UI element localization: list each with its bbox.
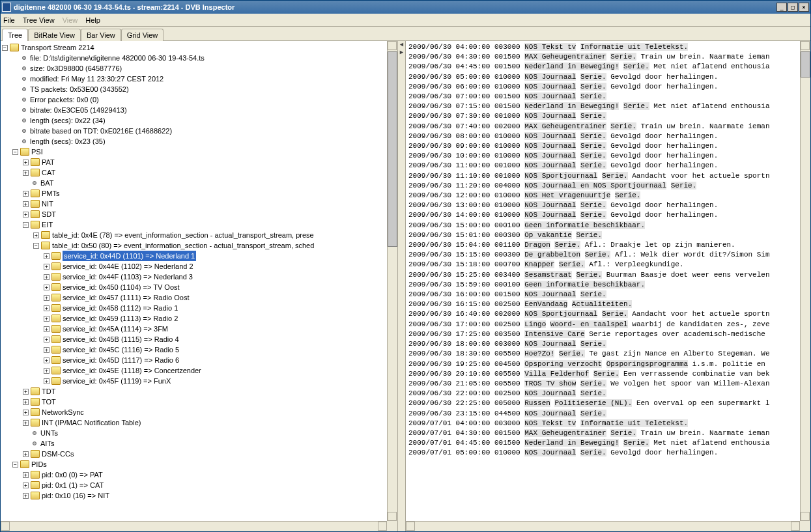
tree-node[interactable]: +service_id: 0x45B (1115) => Radio 4 xyxy=(2,334,386,344)
tree-node[interactable]: +CAT xyxy=(2,167,386,178)
hscroll-left[interactable] xyxy=(1,521,387,531)
tree-node[interactable]: +service_id: 0x457 (1111) => Radio Oost xyxy=(2,292,386,303)
event-row[interactable]: 2009/06/30 05:00:00 010000 NOS Journaal … xyxy=(408,72,797,82)
event-row[interactable]: 2009/06/30 21:05:00 005500 TROS TV show … xyxy=(408,379,797,389)
event-row[interactable]: 2009/06/30 08:00:00 010000 NOS Journaal … xyxy=(408,132,797,141)
tree-node[interactable]: +service_id: 0x45D (1117) => Radio 6 xyxy=(2,355,386,365)
tree-node[interactable]: −table_id: 0x50 (80) => event_informatio… xyxy=(2,240,386,251)
tree-node[interactable]: +SDT xyxy=(2,209,386,219)
expand-icon[interactable]: + xyxy=(23,170,29,176)
event-row[interactable]: 2009/06/30 16:00:00 001500 NOS Journaal … xyxy=(408,290,797,300)
tree-node[interactable]: BAT xyxy=(2,178,386,188)
close-button[interactable]: × xyxy=(799,3,809,12)
expand-icon[interactable]: + xyxy=(23,451,29,457)
minimize-button[interactable]: _ xyxy=(776,3,787,12)
tree-node[interactable]: length (secs): 0x22 (34) xyxy=(2,115,386,126)
tree-node[interactable]: +TDT xyxy=(2,386,386,397)
event-row[interactable]: 2009/06/30 07:15:00 001500 Nederland in … xyxy=(408,102,797,111)
expand-icon[interactable]: + xyxy=(44,274,50,280)
event-row[interactable]: 2009/06/30 04:30:00 001500 MAX Geheugent… xyxy=(408,52,797,62)
expand-icon[interactable]: + xyxy=(23,212,29,217)
event-row[interactable]: 2009/06/30 16:40:00 002000 NOS Sportjour… xyxy=(408,309,797,319)
tree-node[interactable]: +service_id: 0x44D (1101) => Nederland 1 xyxy=(2,251,386,261)
event-row[interactable]: 2009/06/30 20:10:00 005500 Villa Felderh… xyxy=(408,369,797,379)
tree-node[interactable]: +service_id: 0x44F (1103) => Nederland 3 xyxy=(2,272,386,282)
event-row[interactable]: 2009/06/30 07:00:00 001500 NOS Journaal … xyxy=(408,92,797,102)
tree-node[interactable]: +service_id: 0x458 (1112) => Radio 1 xyxy=(2,303,386,313)
tree-node[interactable]: AITs xyxy=(2,438,386,449)
tab-bar[interactable]: Bar View xyxy=(81,29,121,41)
event-row[interactable]: 2009/06/30 10:00:00 010000 NOS Journaal … xyxy=(408,151,797,161)
vscroll-left[interactable] xyxy=(387,41,397,521)
tree-node[interactable]: +PAT xyxy=(2,157,386,167)
tree-node[interactable]: +table_id: 0x4E (78) => event_informatio… xyxy=(2,230,386,240)
event-row[interactable]: 2009/06/30 17:25:00 003500 Intensive Car… xyxy=(408,329,797,339)
tree-node[interactable]: TS packets: 0x53E00 (343552) xyxy=(2,84,386,94)
tree-node[interactable]: +NIT xyxy=(2,199,386,209)
maximize-button[interactable]: □ xyxy=(788,3,798,12)
expand-icon[interactable]: − xyxy=(12,149,18,155)
menu-treeview[interactable]: Tree View xyxy=(23,16,55,24)
tree-node[interactable]: length (secs): 0x23 (35) xyxy=(2,136,386,147)
expand-icon[interactable]: + xyxy=(44,347,50,353)
expand-icon[interactable]: + xyxy=(44,368,50,374)
expand-icon[interactable]: − xyxy=(33,243,39,249)
event-row[interactable]: 2009/06/30 06:00:00 010000 NOS Journaal … xyxy=(408,82,797,92)
hscroll-right[interactable] xyxy=(406,521,800,531)
expand-icon[interactable]: + xyxy=(23,399,29,405)
expand-icon[interactable]: + xyxy=(44,305,50,311)
tree-node[interactable]: +pid: 0x1 (1) => CAT xyxy=(2,480,386,490)
event-row[interactable]: 2009/06/30 15:18:00 000700 Knapper Serie… xyxy=(408,260,797,270)
event-row[interactable]: 2009/06/30 22:25:00 005000 Russen Politi… xyxy=(408,399,797,408)
tree-node[interactable]: +DSM-CCs xyxy=(2,449,386,459)
expand-icon[interactable]: − xyxy=(23,222,29,228)
expand-icon[interactable]: + xyxy=(23,410,29,415)
tab-tree[interactable]: Tree xyxy=(2,29,28,41)
event-row[interactable]: 2009/06/30 19:25:00 004500 Opsporing ver… xyxy=(408,359,797,369)
vscroll-right[interactable] xyxy=(800,41,810,521)
expand-icon[interactable]: + xyxy=(23,483,29,488)
tree-node[interactable]: +service_id: 0x45E (1118) => Concertzend… xyxy=(2,365,386,376)
tree-node[interactable]: modified: Fri May 11 23:30:27 CEST 2012 xyxy=(2,74,386,84)
event-row[interactable]: 2009/06/30 11:10:00 001000 NOS Sportjour… xyxy=(408,171,797,181)
expand-icon[interactable]: + xyxy=(23,493,29,499)
tree-node[interactable]: +INT (IP/MAC Notification Table) xyxy=(2,417,386,428)
event-row[interactable]: 2009/06/30 13:00:00 010000 NOS Journaal … xyxy=(408,201,797,210)
tree-node[interactable]: +pid: 0x10 (16) => NIT xyxy=(2,490,386,501)
menu-file[interactable]: File xyxy=(3,16,15,24)
expand-icon[interactable]: + xyxy=(23,389,29,395)
event-row[interactable]: 2009/06/30 04:00:00 003000 NOS Tekst tv … xyxy=(408,42,797,52)
event-row[interactable]: 2009/06/30 23:15:00 044500 NOS Journaal … xyxy=(408,409,797,419)
expand-icon[interactable]: + xyxy=(44,295,50,301)
event-row[interactable]: 2009/06/30 15:59:00 000100 Geen informat… xyxy=(408,280,797,290)
event-row[interactable]: 2009/06/30 12:00:00 010000 NOS Het vrage… xyxy=(408,191,797,201)
expand-icon[interactable]: + xyxy=(23,472,29,478)
expand-icon[interactable]: + xyxy=(23,191,29,197)
tree-node[interactable]: +TOT xyxy=(2,397,386,407)
expand-icon[interactable]: + xyxy=(44,378,50,384)
tree-node[interactable]: +NetworkSync xyxy=(2,407,386,417)
event-row[interactable]: 2009/06/30 15:04:00 001100 Dragon Serie.… xyxy=(408,240,797,250)
expand-icon[interactable]: − xyxy=(2,45,8,51)
tree-node[interactable]: bitrate: 0xE3CE05 (14929413) xyxy=(2,105,386,115)
tree-view[interactable]: −Transport Stream 2214file: D:\ts\digite… xyxy=(1,41,387,521)
tree-node[interactable]: −PSI xyxy=(2,147,386,157)
event-row[interactable]: 2009/06/30 17:00:00 002500 Lingo Woord- … xyxy=(408,320,797,329)
tree-node[interactable]: UNTs xyxy=(2,428,386,438)
event-row[interactable]: 2009/06/30 11:20:00 004000 NOS Journaal … xyxy=(408,181,797,191)
expand-icon[interactable]: + xyxy=(44,326,50,332)
event-row[interactable]: 2009/06/30 15:01:00 000300 Op vakantie S… xyxy=(408,231,797,240)
event-row[interactable]: 2009/06/30 18:00:00 003000 NOS Journaal … xyxy=(408,339,797,349)
event-row[interactable]: 2009/06/30 16:15:00 002500 EenVandaag Ac… xyxy=(408,300,797,309)
event-row[interactable]: 2009/06/30 22:00:00 002500 NOS Journaal … xyxy=(408,389,797,399)
event-row[interactable]: 2009/06/30 18:30:00 005500 Hoe?Zo! Serie… xyxy=(408,349,797,359)
event-row[interactable]: 2009/06/30 14:00:00 010000 NOS Journaal … xyxy=(408,210,797,220)
tree-node[interactable]: +service_id: 0x45C (1116) => Radio 5 xyxy=(2,344,386,355)
expand-icon[interactable]: + xyxy=(33,232,39,238)
tree-node[interactable]: Error packets: 0x0 (0) xyxy=(2,94,386,105)
event-row[interactable]: 2009/06/30 11:00:00 001000 NOS Journaal … xyxy=(408,161,797,171)
event-row[interactable]: 2009/06/30 15:15:00 000300 De grabbelton… xyxy=(408,250,797,260)
event-row[interactable]: 2009/06/30 04:45:00 001500 Nederland in … xyxy=(408,62,797,72)
event-row[interactable]: 2009/06/30 15:00:00 000100 Geen informat… xyxy=(408,221,797,231)
event-row[interactable]: 2009/06/30 07:40:00 002000 MAX Geheugent… xyxy=(408,122,797,132)
